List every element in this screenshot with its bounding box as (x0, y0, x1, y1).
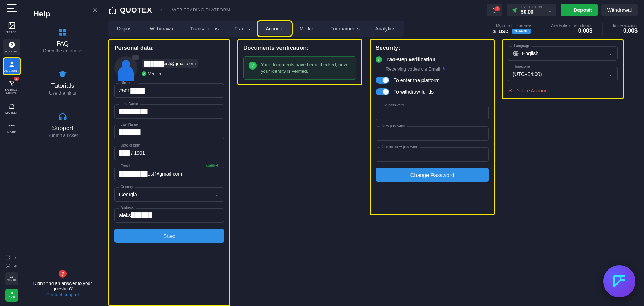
help-item-faq[interactable]: FAQ Open the database (26, 27, 99, 53)
rail-trade[interactable]: TRADE (3, 19, 20, 36)
help-item-support[interactable]: Support Submit a ticket (26, 112, 99, 138)
toggle-withdraw-label: To withdraw funds (394, 89, 434, 95)
dob-field: Date of birth (114, 146, 224, 160)
account-tabs: Deposit Withdrawal Transactions Trades A… (108, 21, 404, 37)
email-verified-badge: Verified (204, 164, 220, 168)
fullscreen-icon[interactable] (5, 255, 10, 260)
security-card: Security: ✓Two-step verification Receivi… (370, 39, 495, 215)
change-password-button[interactable]: Change Password (376, 168, 489, 182)
language-select[interactable]: English ⌄ (508, 46, 618, 61)
help-button-label: Help (8, 295, 15, 298)
profile-email: ██████est@gmail.com (142, 59, 198, 68)
docs-title: Documents verification: (243, 45, 356, 51)
arrow-left-icon[interactable] (13, 255, 18, 260)
tab-trades[interactable]: Trades (227, 22, 257, 35)
bag-icon (8, 102, 16, 110)
lastname-input[interactable] (114, 125, 224, 139)
edit-icon[interactable]: ✎ (442, 66, 446, 72)
old-password-input[interactable] (376, 106, 489, 120)
tab-transactions[interactable]: Transactions (183, 22, 226, 35)
close-icon[interactable]: ✕ (92, 6, 98, 14)
country-field: Country Georgia ⌄ (114, 187, 224, 202)
svg-rect-11 (59, 33, 62, 36)
deposit-button-label: Deposit (574, 7, 592, 13)
rail-market[interactable]: MARKET (3, 100, 20, 116)
chevron-down-icon: ⌄ (215, 192, 219, 197)
help-item-tutorials[interactable]: Tutorials Use the hints (26, 70, 99, 96)
globe-icon (513, 50, 519, 57)
available-value: 0.00$ (551, 28, 592, 34)
svg-text:?: ? (10, 42, 13, 47)
withdrawal-button[interactable]: Withdrawal (601, 4, 638, 16)
email-input[interactable] (114, 167, 224, 181)
tab-deposit[interactable]: Deposit (110, 22, 141, 35)
rail-more-label: MORE (7, 130, 16, 134)
save-button[interactable]: Save (114, 229, 224, 243)
new-password-input[interactable] (376, 126, 489, 141)
camera-icon[interactable] (132, 55, 139, 60)
divider (602, 23, 603, 35)
avatar[interactable] (114, 56, 137, 79)
firstname-input[interactable] (114, 104, 224, 119)
nickname-input[interactable] (114, 83, 224, 98)
deposit-button[interactable]: ＋ Deposit (561, 4, 597, 16)
help-fab[interactable] (603, 265, 635, 297)
menu-hamburger[interactable] (7, 4, 17, 12)
check-icon: ✓ (142, 71, 146, 76)
personal-title: Personal data: (114, 45, 224, 51)
grid-icon (58, 27, 68, 37)
timezone-label: Timezone (512, 64, 532, 68)
help-panel: Help ✕ FAQ Open the database Tutorials U… (23, 0, 102, 306)
tournament-badge: 4 (14, 77, 19, 81)
help-button[interactable]: Help (5, 289, 18, 302)
headset-icon (58, 112, 68, 122)
svg-point-4 (10, 62, 13, 64)
confirm-password-input[interactable] (376, 147, 489, 162)
rail-tournaments[interactable]: 4 TOURNA-MENTS (3, 77, 20, 97)
join-us-button[interactable]: 🎌 JOIN US (5, 272, 18, 285)
tab-withdrawal[interactable]: Withdrawal (142, 22, 181, 35)
docs-verified-banner: ✓ Your documents have been checked, now … (243, 56, 356, 80)
brand-logo-icon (108, 6, 116, 14)
tab-market[interactable]: Market (292, 22, 322, 35)
gear-icon[interactable] (5, 264, 10, 269)
question-mark-icon: ? (59, 270, 67, 278)
toggle-enter-platform[interactable] (376, 77, 389, 84)
delete-account-link[interactable]: ✕ Delete Account (508, 88, 618, 94)
svg-rect-15 (114, 9, 115, 13)
tutorials-title: Tutorials (26, 82, 99, 90)
timezone-select[interactable]: (UTC+04:00) ⌄ (508, 67, 618, 81)
volume-icon[interactable] (13, 264, 18, 269)
contact-support-link[interactable]: Contact support (23, 292, 102, 297)
address-input[interactable] (114, 208, 224, 223)
account-type-label: LIVE ACCOUNT (521, 6, 544, 9)
brand-name: QUOTEX (120, 6, 152, 14)
firstname-label: First Name (119, 102, 140, 106)
account-balance-chip[interactable]: LIVE ACCOUNT $0.00 ⌄ (507, 4, 557, 16)
rail-account[interactable]: ACCOUNT (3, 58, 20, 75)
delete-account-label: Delete Account (515, 88, 549, 94)
rail-account-label: ACCOUNT (4, 69, 19, 72)
notifications-button[interactable]: 4 (487, 4, 502, 16)
dob-input[interactable] (114, 146, 224, 160)
tab-account[interactable]: Account (258, 22, 291, 35)
faq-title: FAQ (26, 40, 99, 47)
notif-badge: 4 (494, 6, 500, 11)
rail-more[interactable]: MORE (3, 119, 20, 136)
verified-label: Verified (148, 71, 162, 76)
twostep-label: Two-step verification (386, 57, 435, 62)
check-circle-icon: ✓ (376, 56, 382, 63)
language-label: Language (512, 44, 532, 48)
country-select[interactable]: Georgia ⌄ (114, 187, 224, 202)
user-icon (8, 60, 16, 68)
tab-tournaments[interactable]: Tournaments (323, 22, 367, 35)
inaccount-value: 0.00$ (613, 28, 638, 34)
svg-point-7 (13, 125, 14, 126)
preferences-card: Language English ⌄ Timezone (UTC+04:00) … (502, 39, 624, 99)
faq-sub: Open the database (26, 48, 99, 53)
rail-support[interactable]: ? SUPPORT (3, 39, 20, 55)
toggle-withdraw-funds[interactable] (376, 88, 389, 95)
change-currency-button[interactable]: CHANGE (512, 29, 531, 34)
nickname-field: Nickname (114, 83, 224, 98)
tab-analytics[interactable]: Analytics (368, 22, 402, 35)
